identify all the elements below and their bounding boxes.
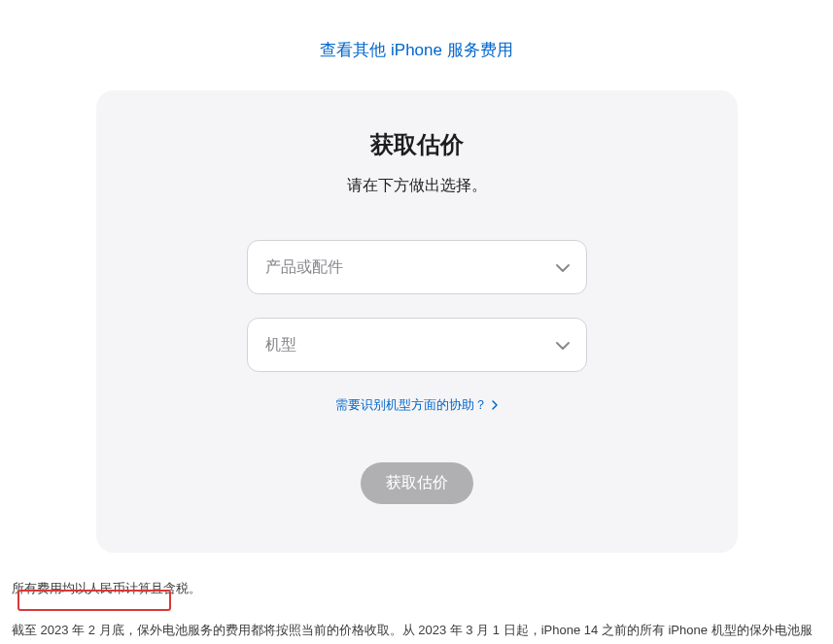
get-estimate-button[interactable]: 获取估价 bbox=[361, 462, 473, 504]
card-title: 获取估价 bbox=[145, 129, 689, 160]
footer-currency-note: 所有费用均以人民币计算且含税。 bbox=[12, 577, 821, 601]
model-select-wrap: 机型 bbox=[247, 318, 587, 372]
help-link-text: 需要识别机型方面的协助？ bbox=[335, 397, 487, 412]
card-subtitle: 请在下方做出选择。 bbox=[145, 176, 689, 196]
footer-price-notice: 截至 2023 年 2 月底，保外电池服务的费用都将按照当前的价格收取。从 20… bbox=[12, 619, 821, 644]
model-select[interactable]: 机型 bbox=[247, 318, 587, 372]
product-select[interactable]: 产品或配件 bbox=[247, 240, 587, 294]
chevron-right-icon bbox=[492, 398, 498, 413]
identify-model-help-link[interactable]: 需要识别机型方面的协助？ bbox=[335, 397, 499, 412]
other-services-link[interactable]: 查看其他 iPhone 服务费用 bbox=[320, 41, 512, 59]
footer: 所有费用均以人民币计算且含税。 截至 2023 年 2 月底，保外电池服务的费用… bbox=[0, 553, 833, 644]
estimate-card: 获取估价 请在下方做出选择。 产品或配件 机型 需要识别机型方面的协助？ 获取估… bbox=[96, 90, 738, 553]
product-select-wrap: 产品或配件 bbox=[247, 240, 587, 294]
